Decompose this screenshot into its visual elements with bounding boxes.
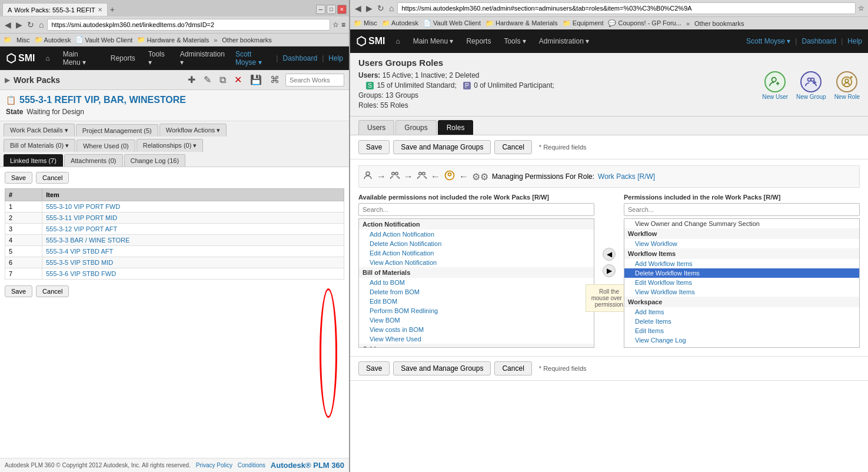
new-role-item[interactable]: New Role <box>834 71 860 100</box>
perm-delete-items[interactable]: Delete Items <box>624 317 859 326</box>
save-toolbar-button[interactable]: 💾 <box>248 73 264 87</box>
nav-main-menu-right[interactable]: Main Menu ▾ <box>408 35 458 48</box>
cancel-button-bottom[interactable]: Cancel <box>36 285 69 297</box>
new-user-item[interactable]: New User <box>762 71 788 100</box>
tab-where-used[interactable]: Where Used (0) <box>77 139 135 152</box>
cancel-button-right-bottom[interactable]: Cancel <box>494 361 531 375</box>
tab-groups[interactable]: Groups <box>395 120 436 135</box>
user-name-right[interactable]: Scott Moyse ▾ <box>746 37 790 45</box>
footer-conditions[interactable]: Conditions <box>238 462 265 468</box>
more-bookmarks-right[interactable]: » <box>686 20 690 27</box>
search-input-left[interactable] <box>285 74 344 87</box>
nav-home-left[interactable]: ⌂ <box>41 48 54 69</box>
perm-edit-action[interactable]: Edit Action Notification <box>359 248 594 258</box>
bookmark-autodesk-right[interactable]: 📁 Autodesk <box>382 19 418 27</box>
bookmark-vault-right[interactable]: 📄 Vault Web Client <box>423 19 481 27</box>
footer-privacy[interactable]: Privacy Policy <box>196 462 232 468</box>
save-manage-groups-bottom[interactable]: Save and Manage Groups <box>393 361 491 375</box>
item-link[interactable]: 555-3-12 VIP PORT AFT <box>46 225 117 232</box>
perm-add-to-bom[interactable]: Add to BOM <box>359 278 594 287</box>
move-right-button[interactable]: ▶ <box>603 264 616 277</box>
bookmark-misc[interactable]: Misc <box>16 36 30 44</box>
perm-add-workflow-items[interactable]: Add Workflow Items <box>624 259 859 268</box>
bookmark-equipment-right[interactable]: 📁 Equipment <box>563 19 604 27</box>
close-tab-icon[interactable]: ✕ <box>98 6 102 13</box>
perm-delete-action[interactable]: Delete Action Notification <box>359 239 594 248</box>
tab-change-log[interactable]: Change Log (16) <box>124 154 186 167</box>
save-button-right-top[interactable]: Save <box>358 140 390 154</box>
url-input[interactable] <box>47 19 330 31</box>
save-button-top[interactable]: Save <box>5 172 32 184</box>
perm-view-bom[interactable]: View BOM <box>359 315 594 325</box>
minimize-button[interactable]: ─ <box>316 5 325 14</box>
home-button-right[interactable]: ⌂ <box>388 4 395 13</box>
perm-add-items[interactable]: Add Items <box>624 307 859 317</box>
cancel-button-right-top[interactable]: Cancel <box>494 140 531 154</box>
included-permissions-list[interactable]: View Owner and Change Summary Section Wo… <box>624 218 860 348</box>
tab-project-management[interactable]: Project Management (5) <box>76 124 158 137</box>
menu-icon[interactable]: ≡ <box>341 21 345 29</box>
bookmark-autodesk[interactable]: 📁 Autodesk <box>35 36 71 44</box>
more-bookmarks[interactable]: » <box>214 36 217 44</box>
perm-view-items[interactable]: View Items <box>624 345 859 348</box>
tab-workflow-actions[interactable]: Workflow Actions <box>159 124 227 137</box>
bookmark-other[interactable]: Other bookmarks <box>222 36 271 44</box>
user-name-left[interactable]: Scott Moyse ▾ <box>235 50 271 67</box>
nav-admin-right[interactable]: Administration ▾ <box>534 35 594 48</box>
bookmark-hardware[interactable]: 📁 Hardware & Materials <box>137 36 209 44</box>
new-tab-button[interactable]: + <box>108 5 117 14</box>
new-group-item[interactable]: New Group <box>796 71 826 100</box>
tab-attachments[interactable]: Attachments (0) <box>64 154 123 167</box>
nav-tools-right[interactable]: Tools ▾ <box>499 35 530 48</box>
tab-users[interactable]: Users <box>358 120 394 135</box>
perm-view-where-used[interactable]: View Where Used <box>359 334 594 344</box>
help-link-right[interactable]: Help <box>847 37 862 45</box>
perm-delete-workflow-items[interactable]: Delete Workflow Items <box>624 268 859 278</box>
perm-view-workflow[interactable]: View Workflow <box>624 239 859 248</box>
perm-add-action[interactable]: Add Action Notification <box>359 230 594 239</box>
item-link[interactable]: 555-3-6 VIP STBD FWD <box>46 270 116 277</box>
url-input-right[interactable] <box>397 2 856 14</box>
save-button-bottom[interactable]: Save <box>5 285 32 297</box>
tab-linked-items[interactable]: Linked Items (7) <box>4 154 63 167</box>
perm-view-workflow-items[interactable]: View Workflow Items <box>624 287 859 297</box>
nav-home-right[interactable]: ⌂ <box>391 35 404 48</box>
perm-view-owner[interactable]: View Owner and Change Summary Section <box>624 219 859 228</box>
perm-edit-bom[interactable]: Edit BOM <box>359 297 594 306</box>
bookmark-other-right[interactable]: Other bookmarks <box>694 20 744 27</box>
reload-button[interactable]: ↻ <box>26 20 35 29</box>
perm-view-costs-bom[interactable]: View costs in BOM <box>359 325 594 334</box>
tab-relationships[interactable]: Relationships (0) <box>137 139 204 152</box>
tab-roles[interactable]: Roles <box>438 120 474 135</box>
bookmark-vault[interactable]: 📄 Vault Web Client <box>75 36 132 44</box>
perm-perform-bom-redlining[interactable]: Perform BOM Redlining <box>359 306 594 315</box>
bookmark-star-icon-right[interactable]: ☆ <box>858 4 864 12</box>
add-button[interactable]: ✚ <box>185 73 198 87</box>
included-search[interactable] <box>624 203 860 216</box>
reload-button-right[interactable]: ↻ <box>376 4 385 13</box>
nav-admin-left[interactable]: Administration ▾ <box>175 48 230 69</box>
item-link[interactable]: 555-3-5 VIP STBD MID <box>46 259 113 266</box>
save-manage-groups-top[interactable]: Save and Manage Groups <box>393 140 491 154</box>
item-link[interactable]: 555-3-10 VIP PORT FWD <box>46 203 120 210</box>
nav-reports-right[interactable]: Reports <box>461 35 495 48</box>
tab-work-pack-details[interactable]: Work Pack Details <box>4 124 75 137</box>
nav-reports-left[interactable]: Reports <box>106 48 140 69</box>
delete-button[interactable]: ✕ <box>232 73 244 87</box>
bookmark-star-icon[interactable]: ☆ <box>332 21 339 29</box>
item-link[interactable]: 555-3-11 VIP PORT MID <box>46 214 117 221</box>
available-search[interactable] <box>358 203 594 216</box>
role-name-link[interactable]: Work Packs [R/W] <box>598 172 655 181</box>
back-button[interactable]: ◀ <box>4 20 12 29</box>
dashboard-link-right[interactable]: Dashboard <box>802 37 836 45</box>
perm-view-change-log[interactable]: View Change Log <box>624 335 859 345</box>
copy-button[interactable]: ⧉ <box>217 74 228 87</box>
perm-edit-items[interactable]: Edit Items <box>624 326 859 335</box>
nav-tools-left[interactable]: Tools ▾ <box>144 48 172 69</box>
bookmark-hardware-right[interactable]: 📁 Hardware & Materials <box>485 19 558 27</box>
cancel-button-top[interactable]: Cancel <box>36 172 69 184</box>
maximize-button[interactable]: □ <box>327 5 336 14</box>
item-link[interactable]: 555-3-3 BAR / WINE STORE <box>46 237 129 244</box>
perm-edit-workflow-items[interactable]: Edit Workflow Items <box>624 278 859 287</box>
save-button-right-bottom[interactable]: Save <box>358 361 390 375</box>
